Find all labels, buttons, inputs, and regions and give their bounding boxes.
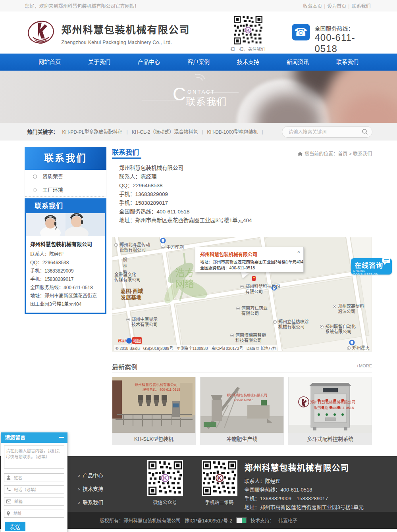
footer-link-label: 联系我们 (83, 499, 103, 505)
message-widget-header[interactable]: 请您留言 (1, 432, 67, 443)
case-card-packer[interactable]: 郑州科慧包装机械有限公司 服务电话：400-611-0518 KH-SLX型包装… (112, 377, 196, 445)
page-title: 联系我们 (112, 147, 139, 157)
minimize-icon[interactable] (59, 437, 64, 438)
sidebar-item-label: 工厂环境 (42, 187, 63, 193)
home-icon (298, 152, 303, 156)
phone-field-row (4, 485, 64, 494)
main-content: 联系我们 您当前的位置：首页 > 联系我们 郑州科慧包装机械有限公司 联系人：陈… (112, 147, 372, 227)
company-name-block: 郑州科慧包装机械有限公司 Zhengzhou Kehui Packaging M… (62, 22, 190, 45)
support-link[interactable]: 伟置电子 (278, 517, 297, 524)
main-nav: 网站首页 关于我们 产品中心 客户案例 技术支持 新闻资讯 联系我们 (0, 54, 397, 71)
keyword-link[interactable]: KH-CL-2（振动式）混合物料包 (132, 128, 198, 135)
title-underline (112, 157, 141, 159)
search-icon[interactable] (362, 129, 368, 135)
map-label: 郑州立佳热喷涂 机械有限公司 (278, 319, 309, 330)
svg-text:K: K (217, 475, 222, 482)
contact-link[interactable]: 联系我们 (351, 4, 370, 9)
arrow-icon: > (78, 500, 80, 505)
separator: | (324, 4, 325, 9)
case-cards: 郑州科慧包装机械有限公司 服务电话：400-611-0518 KH-SLX型包装… (112, 377, 372, 445)
map-landmark-label: 嘉图·西域 发展基地 (121, 288, 143, 301)
baidu-logo[interactable]: Bai 地图 (118, 337, 142, 344)
baidu-logo-text: Bai (118, 338, 126, 344)
hotline-number: 400-611-0518 (315, 32, 372, 54)
nav-item-products[interactable]: 产品中心 (124, 54, 174, 71)
support-label: 技术支持： (251, 517, 274, 524)
message-widget-body: 发送 (1, 443, 67, 532)
top-utility-bar: 您好，欢迎来到郑州科慧包装机械有限公司官方网站！ 收藏本页|设为首页|联系我们 (0, 0, 397, 12)
qr-caption: 手机站二维码 (202, 499, 237, 505)
map-label: 中方印刷 (166, 245, 184, 250)
map-label: 郑州双高塑料 泡沫公司 (338, 304, 364, 314)
address-input[interactable] (13, 511, 62, 516)
mail-icon (6, 499, 11, 503)
footer-link-support[interactable]: >技术支持 (78, 485, 103, 492)
nav-item-support[interactable]: 技术支持 (224, 54, 273, 71)
contact-line: 手机：13683829009 (30, 267, 101, 275)
footer-link-contact[interactable]: >联系我们 (78, 498, 103, 506)
sidebar-item-factory[interactable]: 工厂环境 (25, 183, 106, 197)
case-photo: 郑州科慧包装机械有限公司 400-611-0518 (200, 377, 284, 433)
breadcrumb-text: 您当前的位置：首页 > 联系我们 (304, 151, 372, 157)
phone-input[interactable] (13, 487, 62, 492)
case-card-fertilizer-line[interactable]: 郑州科慧包装机械有限公司 400-611-0518 冲施肥生产线 (200, 377, 284, 445)
bookmark-link[interactable]: 收藏本页 (303, 4, 322, 9)
content-header: 联系我们 您当前的位置：首页 > 联系我们 (112, 147, 372, 159)
cnzz-badge[interactable] (236, 517, 247, 523)
footer-links: >产品中心 >技术支持 >联系我们 (78, 471, 103, 512)
arrow-icon: > (78, 487, 80, 492)
banner-title-cn: 联系我们 (186, 94, 227, 108)
map-label: 郑州星火包装 (352, 346, 372, 351)
bullet-icon (33, 175, 37, 179)
contact-line: 手机：13683829009 (119, 192, 372, 197)
search-input[interactable] (288, 128, 357, 136)
keyword-link[interactable]: KH-DB-1000型吨包装机 (207, 128, 258, 135)
svg-text:服务电话：400-611-0518: 服务电话：400-611-0518 (314, 405, 354, 410)
popup-title: 郑州科慧包装机械有限公司 (200, 251, 299, 257)
map-marker[interactable] (252, 276, 256, 281)
footer-link-label: 技术支持 (83, 486, 103, 492)
hotline-label: 全国服务热线： (315, 24, 354, 32)
banner-title-en: US (214, 100, 220, 104)
map-attribution: © 2018 Baidu - GS(2016)2089号 - 甲测资字11009… (114, 345, 278, 351)
more-link[interactable]: +MORE (357, 363, 372, 368)
nav-item-news[interactable]: 新闻资讯 (273, 54, 323, 71)
footer-contact-line: 联系人：陈经理 (245, 477, 372, 486)
case-card-control-system[interactable]: 郑州科慧包装机械有限公司 服务电话：400-611-0518 多斗式配料控制系统 (288, 377, 372, 445)
send-button[interactable]: 发送 (5, 522, 25, 531)
contact-line: QQ：2296468538 (119, 183, 372, 188)
site-header: 郑州科慧包装机械有限公司 Zhengzhou Kehui Packaging M… (0, 12, 397, 54)
phone-icon (6, 487, 11, 492)
nav-item-contact[interactable]: 联系我们 (323, 54, 372, 71)
baidu-map[interactable]: 郑州北斗星传动 设备有限公司 中方印刷 枫林路 金雅昌文化 传媒有限公司 嘉图·… (112, 237, 372, 351)
company-logo[interactable] (26, 16, 56, 48)
message-textarea[interactable] (4, 446, 64, 469)
contact-line: 联系人：陈经理 (119, 174, 372, 180)
footer-link-products[interactable]: >产品中心 (78, 471, 103, 479)
nav-item-about[interactable]: 关于我们 (75, 54, 124, 71)
sidebar-title: 联系我们 (25, 147, 106, 170)
name-input[interactable] (13, 475, 62, 480)
sidebar: 联系我们 资质荣誉 工厂环境 联系我们 (25, 147, 106, 314)
contact-line: 全国服务热线：400-611-0518 (30, 284, 101, 292)
svg-text:服务电话：400-611-0518: 服务电话：400-611-0518 (143, 388, 180, 392)
keyword-link[interactable]: KH-PD-PL型多路皮带配料秤 (62, 128, 123, 135)
sidebar-item-honors[interactable]: 资质荣誉 (25, 170, 106, 183)
case-caption: KH-SLX型包装机 (112, 433, 196, 445)
svg-text:K: K (246, 27, 250, 33)
footer-company-name: 郑州科慧包装机械有限公司 (245, 461, 372, 473)
icp-link[interactable]: 豫ICP备14009517号-2 (185, 517, 232, 524)
arrow-icon: > (78, 473, 80, 478)
close-icon[interactable]: × (297, 249, 300, 255)
set-homepage-link[interactable]: 设为首页 (327, 4, 346, 9)
online-consult-button[interactable]: 在线咨询 ONLINE CONSULTATION (351, 258, 392, 275)
nav-item-cases[interactable]: 客户案例 (174, 54, 224, 71)
baidu-paw-icon (126, 338, 132, 344)
name-field-row (4, 473, 64, 482)
breadcrumb[interactable]: 您当前的位置：首页 > 联系我们 (298, 150, 372, 157)
nav-item-home[interactable]: 网站首页 (25, 54, 75, 71)
separator: | (127, 129, 128, 134)
email-input[interactable] (13, 499, 62, 504)
contact-line: 手机：15838289017 (30, 275, 101, 284)
contact-line: 地址：郑州市高新区莲花西街嘉图工业园3号楼1单元404 (30, 292, 101, 309)
